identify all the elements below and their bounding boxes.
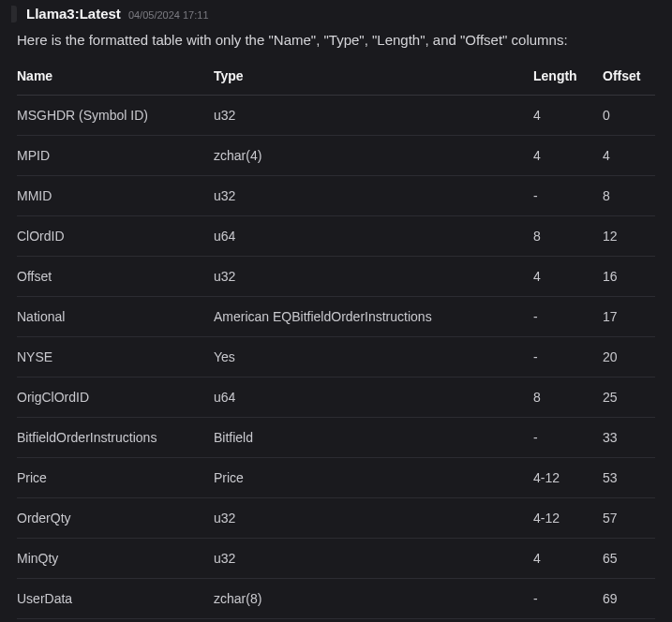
cell-type: u32 — [214, 176, 533, 216]
cell-name: Price — [17, 458, 214, 498]
cell-offset: 77 — [603, 619, 655, 623]
cell-length: - — [533, 337, 603, 378]
col-header-length: Length — [533, 61, 603, 96]
table-row: MMIDu32-8 — [17, 176, 655, 216]
cell-name: MMID — [17, 176, 214, 216]
cell-length: - — [533, 176, 603, 216]
cell-type: u64 — [214, 378, 533, 418]
cell-type: u32 — [214, 96, 533, 136]
cell-type: Data structure — [214, 619, 533, 623]
table-row: MPIDzchar(4)44 — [17, 136, 655, 176]
cell-length: 8 — [533, 216, 603, 257]
cell-length: - — [533, 418, 603, 458]
cell-length: 4 — [533, 539, 603, 579]
cell-offset: 69 — [603, 579, 655, 619]
cell-type: zchar(8) — [214, 579, 533, 619]
cell-name: NYSE — [17, 337, 214, 378]
table-row: OrigClOrdIDu64825 — [17, 378, 655, 418]
cell-length: - — [533, 619, 603, 623]
cell-type: zchar(4) — [214, 136, 533, 176]
cell-offset: 53 — [603, 458, 655, 498]
avatar — [11, 6, 17, 22]
cell-name: OrderQty — [17, 498, 214, 539]
chat-message: Llama3:Latest 04/05/2024 17:11 Here is t… — [0, 0, 672, 622]
table-row: NationalAmerican EQBitfieldOrderInstruct… — [17, 297, 655, 337]
message-intro-text: Here is the formatted table with only th… — [17, 32, 655, 48]
table-row: UserDatazchar(8)-69 — [17, 579, 655, 619]
cell-offset: 16 — [603, 257, 655, 297]
table-row: OrderQtyu324-1257 — [17, 498, 655, 539]
cell-name: National — [17, 297, 214, 337]
cell-length: 4 — [533, 257, 603, 297]
model-name: Llama3:Latest — [26, 6, 121, 22]
cell-offset: 20 — [603, 337, 655, 378]
table-row: MinQtyu32465 — [17, 539, 655, 579]
cell-type: Bitfield — [214, 418, 533, 458]
cell-type: u64 — [214, 216, 533, 257]
cell-type: Yes — [214, 337, 533, 378]
table-row: PricePrice4-1253 — [17, 458, 655, 498]
cell-offset: 33 — [603, 418, 655, 458]
cell-length: 8 — [533, 378, 603, 418]
cell-type: u32 — [214, 539, 533, 579]
cell-name: OptionalOrderAddOn — [17, 619, 214, 623]
cell-type: American EQBitfieldOrderInstructions — [214, 297, 533, 337]
table-row: BitfieldOrderInstructionsBitfield-33 — [17, 418, 655, 458]
cell-type: u32 — [214, 498, 533, 539]
table-row: OptionalOrderAddOnData structure-77 — [17, 619, 655, 623]
cell-offset: 4 — [603, 136, 655, 176]
cell-offset: 65 — [603, 539, 655, 579]
cell-type: u32 — [214, 257, 533, 297]
table-row: NYSEYes-20 — [17, 337, 655, 378]
table-row: MSGHDR (Symbol ID)u3240 — [17, 96, 655, 136]
table-row: ClOrdIDu64812 — [17, 216, 655, 257]
cell-offset: 25 — [603, 378, 655, 418]
cell-name: ClOrdID — [17, 216, 214, 257]
cell-name: MinQty — [17, 539, 214, 579]
cell-name: MSGHDR (Symbol ID) — [17, 96, 214, 136]
message-timestamp: 04/05/2024 17:11 — [128, 9, 209, 21]
cell-name: BitfieldOrderInstructions — [17, 418, 214, 458]
cell-offset: 57 — [603, 498, 655, 539]
cell-name: MPID — [17, 136, 214, 176]
col-header-offset: Offset — [603, 61, 655, 96]
fields-table: Name Type Length Offset MSGHDR (Symbol I… — [17, 61, 655, 622]
cell-type: Price — [214, 458, 533, 498]
table-row: Offsetu32416 — [17, 257, 655, 297]
cell-length: 4-12 — [533, 458, 603, 498]
col-header-name: Name — [17, 61, 214, 96]
cell-length: 4 — [533, 96, 603, 136]
cell-name: Offset — [17, 257, 214, 297]
col-header-type: Type — [214, 61, 533, 96]
cell-name: OrigClOrdID — [17, 378, 214, 418]
cell-offset: 17 — [603, 297, 655, 337]
cell-length: 4-12 — [533, 498, 603, 539]
cell-length: - — [533, 297, 603, 337]
message-header: Llama3:Latest 04/05/2024 17:11 — [11, 6, 655, 22]
table-header-row: Name Type Length Offset — [17, 61, 655, 96]
cell-length: - — [533, 579, 603, 619]
cell-length: 4 — [533, 136, 603, 176]
cell-offset: 0 — [603, 96, 655, 136]
cell-offset: 8 — [603, 176, 655, 216]
cell-name: UserData — [17, 579, 214, 619]
cell-offset: 12 — [603, 216, 655, 257]
